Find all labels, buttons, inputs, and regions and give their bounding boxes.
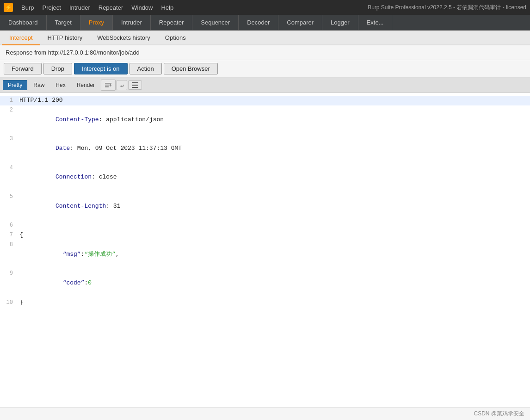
tab-target[interactable]: Target <box>47 15 80 30</box>
main-tab-bar: Dashboard Target Proxy Intruder Repeater… <box>0 15 530 31</box>
line-content-9: “code”:0 <box>19 269 526 297</box>
header-val-5: : 31 <box>106 203 120 210</box>
code-line-4: 4 Connection: close <box>0 163 530 192</box>
header-val-3: : Mon, 09 Oct 2023 11:37:13 GMT <box>70 145 182 152</box>
action-button-bar: Forward Drop Intercept is on Action Open… <box>0 60 530 78</box>
svg-rect-1 <box>105 85 110 86</box>
footer-bar: CSDN @菜鸡学安全 <box>0 407 530 420</box>
tab-decoder[interactable]: Decoder <box>239 15 278 30</box>
json-val-9: 0 <box>88 279 92 286</box>
header-key-5: Content-Length <box>55 203 106 210</box>
menu-burp[interactable]: Burp <box>18 3 37 12</box>
menu-project[interactable]: Project <box>38 3 64 12</box>
line-content-7: { <box>19 230 526 240</box>
drop-button[interactable]: Drop <box>43 63 72 74</box>
line-content-6 <box>19 221 526 230</box>
view-mode-bar: Pretty Raw Hex Render ↵ <box>0 78 530 93</box>
code-line-9: 9 “code”:0 <box>0 269 530 297</box>
menu-window[interactable]: Window <box>128 3 156 12</box>
app-title: Burp Suite Professional v2022.2.5 - 若依漏洞… <box>368 4 526 12</box>
menu-bar: Burp Project Intruder Repeater Window He… <box>18 3 177 12</box>
header-key-4: Connection <box>55 173 92 180</box>
menu-intruder[interactable]: Intruder <box>66 3 94 12</box>
response-info-bar: Response from http://127.0.0.1:80/monito… <box>0 45 530 60</box>
line-content-2: Content-Type: application/json <box>19 105 526 134</box>
code-line-7: 7 { <box>0 230 530 240</box>
view-pretty-button[interactable]: Pretty <box>3 80 27 90</box>
line-content-1: HTTP/1.1 200 <box>19 96 526 105</box>
view-raw-button[interactable]: Raw <box>28 80 49 90</box>
intercept-toggle-button[interactable]: Intercept is on <box>74 63 128 74</box>
newline-icon-button[interactable]: ↵ <box>117 80 127 90</box>
line-number-8: 8 <box>4 241 13 249</box>
forward-button[interactable]: Forward <box>4 63 42 74</box>
line-number-3: 3 <box>4 135 13 143</box>
sub-tab-bar: Intercept HTTP history WebSockets histor… <box>0 31 530 45</box>
line-number-9: 9 <box>4 269 13 278</box>
menu-help[interactable]: Help <box>157 3 177 12</box>
line-number-4: 4 <box>4 164 13 173</box>
line-content-5: Content-Length: 31 <box>19 192 526 221</box>
line-content-10: } <box>19 298 526 308</box>
code-line-5: 5 Content-Length: 31 <box>0 192 530 221</box>
line-content-8: “msg”:“操作成功”, <box>19 240 526 269</box>
header-key-3: Date <box>55 145 70 152</box>
line-number-6: 6 <box>4 221 13 230</box>
tab-intruder[interactable]: Intruder <box>113 15 151 30</box>
view-render-button[interactable]: Render <box>72 80 100 90</box>
tab-logger[interactable]: Logger <box>322 15 358 30</box>
line-number-2: 2 <box>4 106 13 115</box>
svg-rect-4 <box>132 85 138 86</box>
menu-repeater[interactable]: Repeater <box>95 3 127 12</box>
newline-icon: ↵ <box>120 82 123 88</box>
hamburger-icon <box>132 82 138 88</box>
tab-repeater[interactable]: Repeater <box>151 15 192 30</box>
svg-rect-0 <box>105 83 111 84</box>
tab-dashboard[interactable]: Dashboard <box>0 15 47 30</box>
json-indent-9 <box>55 279 63 286</box>
json-comma-8: , <box>116 251 119 258</box>
subtab-options[interactable]: Options <box>158 31 193 45</box>
tab-comparer[interactable]: Comparer <box>278 15 322 30</box>
action-button[interactable]: Action <box>129 63 162 74</box>
svg-rect-3 <box>132 82 138 83</box>
response-url: Response from http://127.0.0.1:80/monito… <box>6 49 140 56</box>
code-line-6: 6 <box>0 221 530 230</box>
json-key-9: “code” <box>63 279 85 286</box>
view-hex-button[interactable]: Hex <box>50 80 70 90</box>
json-val-8: “操作成功” <box>84 251 116 258</box>
menu-icon-button[interactable] <box>128 80 142 90</box>
footer-text: CSDN @菜鸡学安全 <box>474 410 524 418</box>
tab-extensions[interactable]: Exte... <box>358 15 393 30</box>
line-content-3: Date: Mon, 09 Oct 2023 11:37:13 GMT <box>19 134 526 163</box>
line-number-10: 10 <box>4 298 13 307</box>
code-line-2: 2 Content-Type: application/json <box>0 105 530 134</box>
word-wrap-icon <box>105 81 112 89</box>
title-bar: ⚡ Burp Project Intruder Repeater Window … <box>0 0 530 15</box>
svg-rect-5 <box>132 87 138 88</box>
svg-rect-2 <box>105 86 109 87</box>
code-line-8: 8 “msg”:“操作成功”, <box>0 240 530 269</box>
response-body-viewer: 1 HTTP/1.1 200 2 Content-Type: applicati… <box>0 93 530 407</box>
subtab-websockets-history[interactable]: WebSockets history <box>90 31 158 45</box>
burp-logo-icon: ⚡ <box>4 3 13 12</box>
subtab-intercept[interactable]: Intercept <box>2 31 40 45</box>
code-area[interactable]: 1 HTTP/1.1 200 2 Content-Type: applicati… <box>0 93 530 310</box>
header-key-2: Content-Type <box>55 116 99 123</box>
code-line-10: 10 } <box>0 298 530 308</box>
subtab-http-history[interactable]: HTTP history <box>40 31 90 45</box>
line-number-1: 1 <box>4 96 13 105</box>
line-number-5: 5 <box>4 192 13 201</box>
code-line-1: 1 HTTP/1.1 200 <box>0 96 530 105</box>
tab-sequencer[interactable]: Sequencer <box>192 15 239 30</box>
open-browser-button[interactable]: Open Browser <box>164 63 218 74</box>
header-val-2: : application/json <box>99 116 164 123</box>
line-number-7: 7 <box>4 231 13 240</box>
json-key-8: “msg” <box>63 251 81 258</box>
json-indent-8 <box>55 251 63 258</box>
tab-proxy[interactable]: Proxy <box>80 15 113 30</box>
code-line-3: 3 Date: Mon, 09 Oct 2023 11:37:13 GMT <box>0 134 530 163</box>
header-val-4: : close <box>92 173 117 180</box>
line-content-4: Connection: close <box>19 163 526 192</box>
word-wrap-icon-button[interactable] <box>101 80 116 91</box>
